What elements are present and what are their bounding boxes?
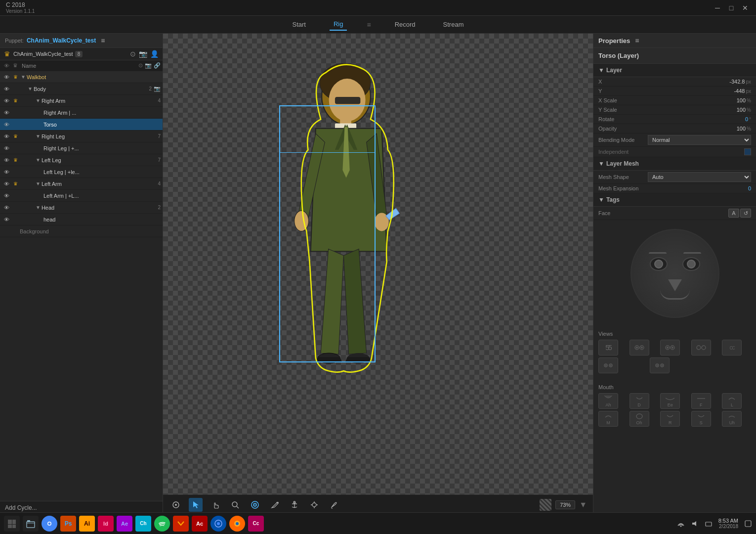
layer-row[interactable]: 👁 ♛ Torso (0, 119, 163, 131)
canvas-content[interactable] (163, 34, 593, 494)
layer-row[interactable]: 👁 ♛ Left Arm | +L... (0, 190, 163, 202)
section-layer-mesh[interactable]: ▼ Layer Mesh (593, 157, 756, 171)
vis-toggle[interactable]: 👁 (2, 134, 11, 139)
vis-toggle[interactable]: 👁 (2, 86, 11, 92)
target-tool[interactable] (248, 498, 262, 512)
minimize-button[interactable]: ─ (713, 3, 722, 13)
vis-toggle[interactable]: 👁 (2, 145, 11, 151)
view-thumb[interactable]: cc (722, 340, 742, 356)
vis-toggle[interactable]: 👁 (2, 74, 11, 80)
expand-icon[interactable]: ▼ (36, 181, 41, 186)
taskbar-ae[interactable]: Ae (117, 516, 132, 532)
blending-mode-select[interactable]: Normal Multiply Screen Overlay (648, 135, 751, 145)
vis-toggle[interactable]: 👁 (2, 157, 11, 163)
mouth-m[interactable]: M (598, 411, 618, 427)
view-thumb[interactable]: 55 (598, 340, 618, 356)
mouth-ee[interactable]: Ee (660, 393, 680, 409)
taskbar-ch[interactable]: Ch (135, 516, 151, 532)
taskbar-browser[interactable] (210, 516, 226, 532)
expand-icon[interactable]: ▼ (36, 157, 41, 163)
layer-row[interactable]: 👁 ♛ Right Leg | +... (0, 142, 163, 154)
transform-tool[interactable] (307, 498, 321, 512)
pen-tool[interactable] (268, 498, 282, 512)
rotate-value[interactable]: 0 (648, 116, 748, 122)
puppet-name[interactable]: ChAnim_WalkCycle_test (27, 37, 96, 44)
taskbar-acrobat[interactable]: Ac (192, 516, 208, 532)
expand-icon[interactable]: ▼ (21, 74, 26, 80)
section-tags[interactable]: ▼ Tags (593, 193, 756, 207)
vis-toggle[interactable]: 👁 (2, 217, 11, 222)
maximize-button[interactable]: □ (726, 3, 736, 13)
opacity-value[interactable]: 100 (648, 126, 746, 132)
taskbar-chrome[interactable] (42, 516, 57, 532)
mouth-l[interactable]: L (722, 393, 742, 409)
vis-toggle[interactable]: 👁 (2, 205, 11, 211)
mouth-r[interactable]: R (660, 411, 680, 427)
layer-row[interactable]: 👁 ♛ ▼ Head 2 (0, 202, 163, 214)
vis-toggle[interactable]: 👁 (2, 181, 11, 187)
zoom-display[interactable]: 73% (555, 500, 575, 509)
layer-row[interactable]: 👁 ♛ ▼ Right Arm 4 (0, 95, 163, 107)
layer-row[interactable]: 👁 ♛ Right Arm | ... (0, 107, 163, 119)
expand-icon[interactable]: ▼ (36, 205, 41, 210)
layer-row[interactable]: 👁 ♛ head (0, 214, 163, 225)
add-cycle-button[interactable]: Add Cycle... (5, 504, 37, 511)
tag-refresh-button[interactable]: ↺ (740, 209, 751, 218)
menu-start[interactable]: Start (289, 19, 310, 30)
brush-tool[interactable] (327, 498, 341, 512)
taskbar-spotify[interactable] (154, 516, 170, 532)
mouth-ah[interactable]: Ah (598, 393, 618, 409)
layer-row[interactable]: 👁 ♛ ▼ Walkbot (0, 71, 163, 83)
view-thumb[interactable] (650, 357, 670, 373)
yscale-value[interactable]: 100 (648, 107, 746, 113)
vis-toggle[interactable]: 👁 (2, 110, 11, 116)
view-thumb[interactable] (691, 340, 711, 356)
section-layer[interactable]: ▼ Layer (593, 64, 756, 77)
transparency-toggle[interactable] (540, 499, 551, 511)
mouth-uh[interactable]: Uh (722, 411, 742, 427)
y-value[interactable]: -448 (648, 88, 745, 94)
taskbar-firefox[interactable] (229, 516, 245, 532)
mouth-d[interactable]: D (630, 393, 649, 409)
camera-icon[interactable]: 📷 (139, 50, 147, 58)
close-button[interactable]: ✕ (740, 3, 750, 13)
person-icon[interactable]: 👤 (150, 50, 159, 58)
vis-toggle[interactable]: 👁 (2, 98, 11, 104)
layer-row[interactable]: 👁 ♛ Left Leg | +le... (0, 166, 163, 178)
layer-row[interactable]: 👁 ♛ ▼ Left Arm 4 (0, 178, 163, 190)
taskbar-explorer[interactable] (23, 516, 39, 532)
puppet-menu-icon[interactable]: ≡ (101, 37, 105, 44)
expand-icon[interactable]: ▼ (28, 86, 33, 91)
layer-row[interactable]: 👁 ♛ ▼ Body 2 📷 (0, 83, 163, 95)
mesh-expansion-value[interactable]: 0 (648, 185, 751, 191)
view-thumb[interactable] (630, 340, 649, 356)
menu-record[interactable]: Record (391, 19, 420, 30)
props-menu-icon[interactable]: ≡ (635, 37, 639, 44)
mouth-s[interactable]: S (691, 411, 711, 427)
tag-a-button[interactable]: A (728, 209, 739, 218)
select-tool[interactable] (189, 498, 203, 512)
taskbar-start[interactable] (4, 516, 20, 532)
taskbar-cc[interactable]: Cc (248, 516, 264, 532)
taskbar-ps[interactable]: Ps (60, 516, 76, 532)
zoom-dropdown[interactable]: ▼ (579, 500, 587, 509)
expand-icon[interactable]: ▼ (36, 98, 41, 103)
view-thumb[interactable] (598, 357, 618, 373)
expand-icon[interactable]: ▼ (36, 134, 41, 139)
origin-tool[interactable] (169, 498, 183, 512)
mouth-oh[interactable]: Oh (630, 411, 649, 427)
anchor-tool[interactable] (288, 498, 301, 512)
layer-row[interactable]: 👁 ♛ ▼ Left Leg 7 (0, 154, 163, 166)
hand-tool[interactable] (209, 498, 222, 512)
xscale-value[interactable]: 100 (648, 97, 746, 103)
zoom-tool[interactable] (228, 498, 242, 512)
vis-toggle[interactable]: 👁 (2, 193, 11, 199)
taskbar-filezilla[interactable] (173, 516, 189, 532)
vis-toggle[interactable]: 👁 (2, 122, 11, 128)
view-thumb[interactable] (660, 340, 680, 356)
target-icon[interactable]: ⊙ (130, 50, 136, 58)
layer-row[interactable]: ♛ Background (0, 225, 163, 237)
layer-row[interactable]: 👁 ♛ ▼ Right Leg 7 (0, 131, 163, 142)
x-value[interactable]: -342.8 (648, 79, 745, 85)
mouth-f[interactable]: F (691, 393, 711, 409)
